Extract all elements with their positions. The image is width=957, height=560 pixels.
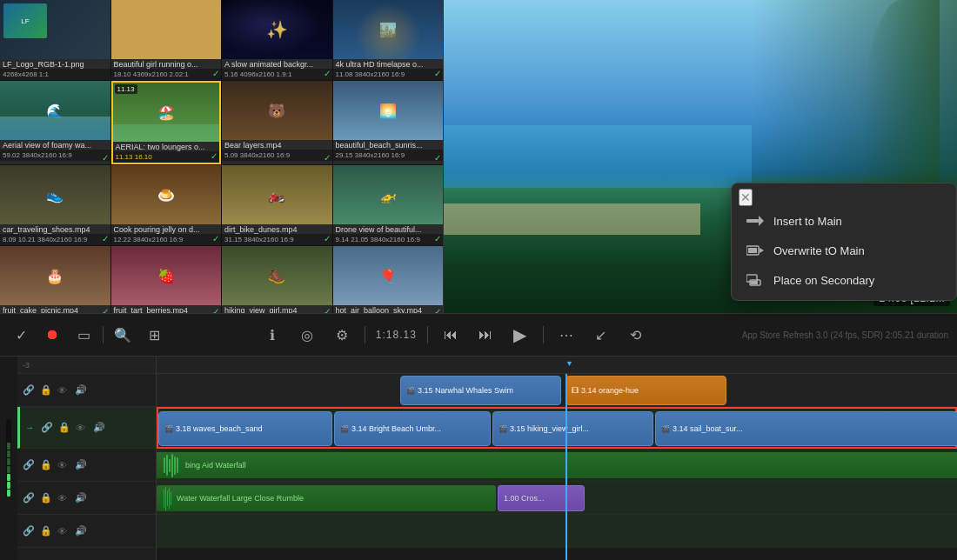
timeline-area: -3 🔗 🔒 👁 🔊 → 🔗 🔒 👁 🔊 🔗 🔒 👁 🔊 🔗 🔒 <box>0 357 957 560</box>
checkmark-icon: ✓ <box>102 234 109 243</box>
audio-clip-waterfall[interactable]: bing Aid Waterfall <box>157 452 957 478</box>
volume-meters <box>0 357 17 560</box>
media-item-name: AERIAL: two loungers o... <box>113 142 220 151</box>
checkmark-icon: ✓ <box>212 234 219 243</box>
media-item[interactable]: 🌅 beautiful_beach_sunris... 29.15 3840x2… <box>333 81 444 164</box>
clip-water-waterfall[interactable]: Water Waterfall Large Close Rumble <box>157 485 496 511</box>
secondary-icon <box>746 272 765 288</box>
clip-hiking-girl[interactable]: 🎬 3.15 hiking_view_girl... <box>492 411 653 446</box>
snapshot-button[interactable]: ▭ <box>71 323 96 347</box>
speaker-icon-a1[interactable]: 🔊 <box>75 459 87 471</box>
media-item-name: Aerial view of foamy wa... <box>0 140 110 150</box>
media-item[interactable]: 🥾 hiking_view_girl.mp4 ✓ <box>222 246 332 313</box>
clip-label: 3.14 Bright Beach Umbr... <box>351 424 441 433</box>
skip-fwd-button[interactable]: ⏭ <box>473 323 498 347</box>
media-grid: LF LF_Logo_RGB-1-1.png 4268x4268 1:1 Bea… <box>0 0 443 313</box>
context-menu: ✕ Insert to Main <box>731 183 957 301</box>
lock-icon[interactable]: 🔒 <box>40 384 52 397</box>
checkmark-icon: ✓ <box>324 69 331 78</box>
more-button[interactable]: ⋯ <box>554 323 579 347</box>
link-icon[interactable]: 🔗 <box>23 384 35 397</box>
media-item-info: 11.13 16.10 <box>113 151 220 163</box>
overwrite-to-main-item[interactable]: Overwrite tO Main <box>732 236 956 265</box>
clip-icon: 🎬 <box>499 425 507 433</box>
eye-icon-a1[interactable]: 👁 <box>57 459 70 471</box>
media-item[interactable]: Beautiful girl running o... 18.10 4369x2… <box>111 0 222 80</box>
media-item[interactable]: 🐻 Bear layers.mp4 5.09 3840x2160 16:9 ✓ <box>222 81 332 164</box>
insert-to-main-label: Insert to Main <box>773 215 842 228</box>
media-item[interactable]: 🏙️ 4k ultra HD timelapse o... 11.08 3840… <box>333 0 444 80</box>
eye-icon-a2[interactable]: 👁 <box>57 492 70 504</box>
toolbar: ✓ ⏺ ▭ 🔍 ⊞ ℹ ◎ ⚙ 1:18.13 ⏮ ⏭ ▶ ⋯ ↙ ⟲ App … <box>0 313 957 357</box>
lock-icon-main[interactable]: 🔒 <box>58 422 70 434</box>
context-menu-close-button[interactable]: ✕ <box>739 189 753 206</box>
clip-icon: 🎬 <box>406 387 415 395</box>
clip-orange-hue[interactable]: 🎞 3.14 orange-hue <box>566 376 726 405</box>
grid-button[interactable]: ⊞ <box>142 323 166 347</box>
info-button[interactable]: ℹ <box>260 323 284 347</box>
clip-label: 3.14 sail_boat_sur... <box>673 424 743 433</box>
speaker-icon[interactable]: 🔊 <box>75 384 87 397</box>
undo-button[interactable]: ⟲ <box>624 323 648 347</box>
search-button[interactable]: 🔍 <box>110 323 135 347</box>
media-item-info: 11.08 3840x2160 16:9 <box>333 69 444 80</box>
speaker-icon-a3[interactable]: 🔊 <box>75 525 87 537</box>
track-row-audio1: bing Aid Waterfall <box>157 449 957 482</box>
link-icon-a2[interactable]: 🔗 <box>23 492 35 504</box>
media-item-name: LF_Logo_RGB-1-1.png <box>0 59 110 69</box>
media-item-name: fruit_cake_picnic.mp4 <box>0 305 110 313</box>
clip-waves-beach[interactable]: 🎬 3.18 waves_beach_sand <box>158 411 332 446</box>
cross-clip-label: 1.00 Cros... <box>504 494 545 503</box>
media-item[interactable]: 🍮 Cook pouring jelly on d... 12.22 3840x… <box>111 165 222 245</box>
lock-icon-a3[interactable]: 🔒 <box>40 525 52 537</box>
media-item[interactable]: 🎂 fruit_cake_picnic.mp4 ✓ <box>0 246 110 313</box>
eye-icon-main[interactable]: 👁 <box>76 422 88 434</box>
main-track-indicator: → <box>25 423 34 432</box>
top-area: LF LF_Logo_RGB-1-1.png 4268x4268 1:1 Bea… <box>0 0 957 313</box>
media-item[interactable]: ✨ A slow animated backgr... 5.16 4096x21… <box>222 0 332 80</box>
overwrite-to-main-label: Overwrite tO Main <box>773 244 865 257</box>
media-item[interactable]: 🍓 fruit_tart_berries.mp4 ✓ <box>111 246 222 313</box>
svg-rect-0 <box>746 219 759 223</box>
clip-icon: 🎬 <box>661 425 670 433</box>
clip-narwhal[interactable]: 🎬 3.15 Narwhal Whales Swim <box>400 376 561 405</box>
speaker-icon-a2[interactable]: 🔊 <box>75 492 87 504</box>
speaker-icon-main[interactable]: 🔊 <box>93 422 105 434</box>
split-button[interactable]: ⚙ <box>330 323 354 347</box>
link-icon-main[interactable]: 🔗 <box>41 422 53 434</box>
eye-icon-a3[interactable]: 👁 <box>57 525 70 537</box>
clip-sail-boat[interactable]: 🎬 3.14 sail_boat_sur... <box>655 411 957 446</box>
lock-icon-a1[interactable]: 🔒 <box>40 459 52 471</box>
clip-bright-beach[interactable]: 🎬 3.14 Bright Beach Umbr... <box>334 411 491 446</box>
clip-cross[interactable]: 1.00 Cros... <box>498 485 585 511</box>
media-item-info: 29.15 3840x2160 16:9 <box>333 150 444 161</box>
overwrite-icon <box>746 243 765 258</box>
lock-icon-a2[interactable]: 🔒 <box>40 492 52 504</box>
arrow-button[interactable]: ↙ <box>589 323 613 347</box>
skip-back-button[interactable]: ⏮ <box>438 323 463 347</box>
checkmark-icon: ✓ <box>434 307 441 313</box>
toolbar-center: ℹ ◎ ⚙ 1:18.13 ⏮ ⏭ ▶ ⋯ ↙ ⟲ <box>173 323 735 347</box>
insert-to-main-item[interactable]: Insert to Main <box>732 206 956 236</box>
media-browser: LF LF_Logo_RGB-1-1.png 4268x4268 1:1 Bea… <box>0 0 444 313</box>
checkmark-icon: ✓ <box>212 307 219 313</box>
record-button[interactable]: ⏺ <box>40 323 64 347</box>
media-item-name: Beautiful girl running o... <box>111 59 222 69</box>
place-secondary-item[interactable]: Place on Secondary <box>732 265 956 295</box>
media-item[interactable]: 🏍️ dirt_bike_dunes.mp4 31.15 3840x2160 1… <box>222 165 332 245</box>
play-button[interactable]: ▶ <box>508 323 532 347</box>
link-icon-a3[interactable]: 🔗 <box>23 525 35 537</box>
target-button[interactable]: ◎ <box>295 323 319 347</box>
media-item-selected[interactable]: 🏖️ 11.13 AERIAL: two loungers o... 11.13… <box>111 81 222 164</box>
check-button[interactable]: ✓ <box>9 323 33 347</box>
media-item[interactable]: 🚁 Drone view of beautiful... 9.14 21.05 … <box>333 165 444 245</box>
duration-badge: 11.13 <box>115 84 137 94</box>
timeline-ruler-label: -3 <box>17 357 156 374</box>
media-item[interactable]: LF LF_Logo_RGB-1-1.png 4268x4268 1:1 <box>0 0 110 80</box>
checkmark-icon: ✓ <box>434 69 441 78</box>
eye-icon[interactable]: 👁 <box>57 384 70 397</box>
media-item[interactable]: 🎈 hot_air_balloon_sky.mp4 ✓ <box>333 246 444 313</box>
media-item[interactable]: 🌊 Aerial view of foamy wa... 59.02 3840x… <box>0 81 110 164</box>
media-item[interactable]: 👟 car_traveling_shoes.mp4 8.09 10.21 384… <box>0 165 110 245</box>
link-icon-a1[interactable]: 🔗 <box>23 459 35 471</box>
